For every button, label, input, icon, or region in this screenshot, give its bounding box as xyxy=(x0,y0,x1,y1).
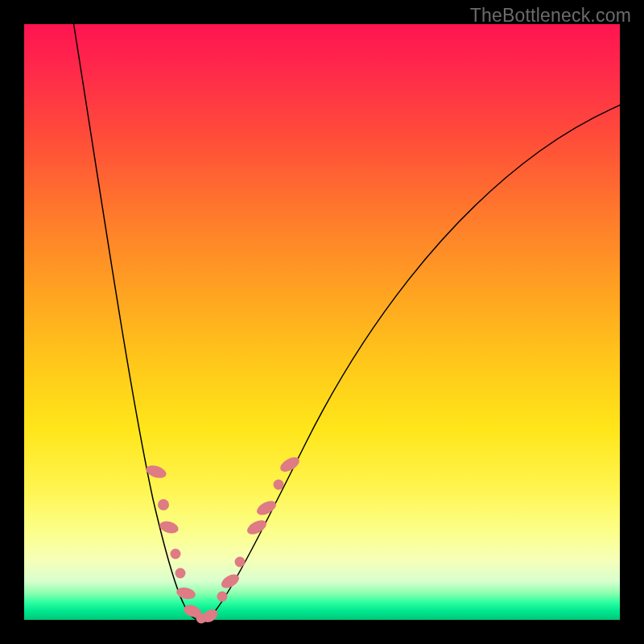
bottleneck-curve xyxy=(72,16,644,620)
curve-marker xyxy=(158,499,169,510)
chart-svg xyxy=(24,24,620,620)
curve-marker-group xyxy=(144,454,301,625)
curve-marker xyxy=(175,568,186,579)
curve-marker xyxy=(254,498,279,518)
curve-marker xyxy=(245,518,269,538)
watermark-text: TheBottleneck.com xyxy=(470,5,631,27)
curve-marker xyxy=(171,549,181,559)
curve-marker xyxy=(175,586,196,601)
curve-marker xyxy=(274,480,284,490)
curve-marker xyxy=(235,557,246,568)
curve-marker xyxy=(217,592,228,602)
chart-plot-area xyxy=(24,24,620,620)
